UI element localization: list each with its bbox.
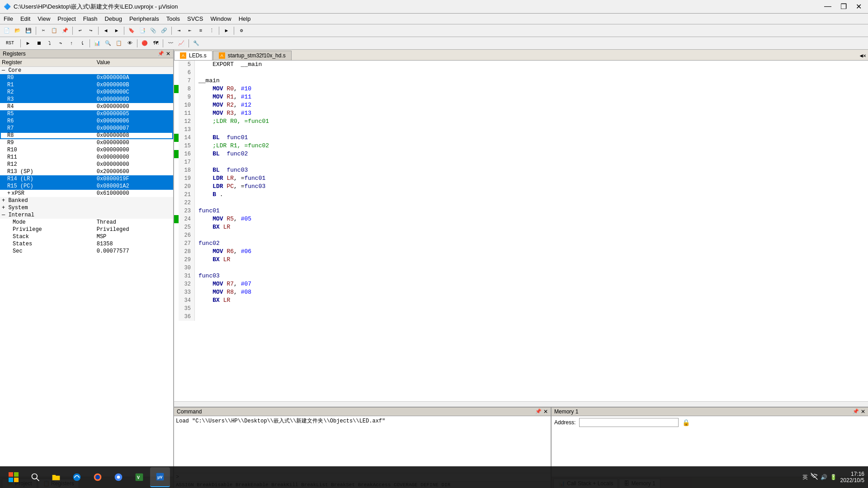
- taskbar-edge[interactable]: [67, 467, 87, 487]
- tb-settings[interactable]: ⚙: [236, 26, 246, 36]
- internal-group-header[interactable]: — Internal: [0, 211, 173, 219]
- tb-undo[interactable]: ↩: [75, 26, 85, 36]
- table-row[interactable]: StackMSP: [0, 233, 173, 240]
- tb-open[interactable]: 📂: [13, 26, 23, 36]
- tabs-scroll-left[interactable]: ◀: [860, 52, 863, 59]
- memory-pin-button[interactable]: 📌: [853, 408, 859, 415]
- tb-map[interactable]: 🗺: [151, 38, 160, 48]
- tb-bookmark[interactable]: 🔖: [127, 26, 137, 36]
- tb-breakpoints[interactable]: 🔴: [140, 38, 150, 48]
- tb-indent[interactable]: ⇥: [174, 26, 184, 36]
- table-row[interactable]: R10x0000000B: [0, 81, 173, 89]
- table-row[interactable]: R90x00000000: [0, 139, 173, 146]
- menu-window[interactable]: Window: [207, 14, 235, 23]
- tb-outdent[interactable]: ⇤: [185, 26, 195, 36]
- tb-reset[interactable]: RST: [2, 38, 18, 48]
- tb-save[interactable]: 💾: [24, 26, 33, 36]
- taskbar-search[interactable]: [25, 467, 45, 487]
- taskbar-file-explorer[interactable]: [46, 467, 66, 487]
- menu-project[interactable]: Project: [54, 14, 79, 23]
- close-button[interactable]: ✕: [853, 2, 864, 11]
- memory-close-button[interactable]: ✕: [861, 408, 865, 415]
- table-row[interactable]: R20x0000000C: [0, 89, 173, 96]
- table-row[interactable]: R30x0000000D: [0, 96, 173, 103]
- tb-logic[interactable]: 〰: [165, 38, 175, 48]
- tb-tools2[interactable]: 🔧: [191, 38, 201, 48]
- system-group-header[interactable]: + System: [0, 204, 173, 211]
- table-row[interactable]: R110x00000000: [0, 154, 173, 161]
- table-row[interactable]: R14 (LR)0x0800019F: [0, 175, 173, 183]
- table-row[interactable]: PrivilegePrivileged: [0, 226, 173, 233]
- table-row[interactable]: R80x00000008: [0, 132, 173, 139]
- tb-run[interactable]: ▶: [23, 38, 33, 48]
- tb-step-out[interactable]: ↑: [66, 38, 76, 48]
- tab-startup[interactable]: A startup_stm32f10x_hd.s: [213, 51, 292, 60]
- tb-reg-view[interactable]: 📋: [114, 38, 124, 48]
- taskbar-firefox[interactable]: [88, 467, 108, 487]
- tb-watch[interactable]: 👁: [125, 38, 135, 48]
- minimize-button[interactable]: —: [821, 2, 834, 11]
- table-row[interactable]: R40x00000000: [0, 103, 173, 110]
- taskbar-uvision-active[interactable]: μV: [150, 467, 170, 487]
- menu-peripherals[interactable]: Peripherals: [126, 14, 163, 23]
- menu-debug[interactable]: Debug: [101, 14, 126, 23]
- table-row[interactable]: R15 (PC)0x080001A2: [0, 183, 173, 190]
- tb-memory-view[interactable]: 🔍: [103, 38, 113, 48]
- registers-close-button[interactable]: ✕: [166, 51, 170, 57]
- line-content-11: MOV R3, #13: [195, 109, 251, 117]
- tb-cut[interactable]: ✂: [38, 26, 48, 36]
- xpsr-row[interactable]: +xPSR0x61000000: [0, 190, 173, 197]
- tb-bookmark4[interactable]: 🔗: [159, 26, 169, 36]
- start-button[interactable]: [4, 467, 24, 487]
- table-row[interactable]: R100x00000000: [0, 146, 173, 154]
- table-row[interactable]: R70x00000007: [0, 125, 173, 132]
- tb-debug-start[interactable]: ▶: [222, 26, 231, 36]
- title-controls[interactable]: — ❐ ✕: [821, 2, 864, 11]
- tb-copy[interactable]: 📋: [49, 26, 59, 36]
- tb-new[interactable]: 📄: [2, 26, 12, 36]
- table-row[interactable]: R120x00000000: [0, 161, 173, 168]
- tb-step-over[interactable]: ↷: [56, 38, 66, 48]
- tb-paste[interactable]: 📌: [60, 26, 70, 36]
- maximize-button[interactable]: ❐: [838, 2, 849, 11]
- menu-flash[interactable]: Flash: [80, 14, 101, 23]
- command-close-button[interactable]: ✕: [543, 408, 548, 415]
- line-content-21: B .: [195, 191, 223, 199]
- menu-svcs[interactable]: SVCS: [184, 14, 207, 23]
- tb-stop[interactable]: ⏹: [34, 38, 44, 48]
- tb-nav-fwd[interactable]: ▶: [112, 26, 122, 36]
- menu-help[interactable]: Help: [235, 14, 255, 23]
- tb-nav-back[interactable]: ◀: [101, 26, 111, 36]
- table-row[interactable]: States81358: [0, 240, 173, 248]
- table-row[interactable]: R00x0000000A: [0, 74, 173, 81]
- table-row[interactable]: R50x00000005: [0, 110, 173, 117]
- menu-edit[interactable]: Edit: [17, 14, 34, 23]
- tb-format2[interactable]: ⋮: [207, 26, 217, 36]
- tb-perf[interactable]: 📈: [176, 38, 186, 48]
- registers-pin-button[interactable]: 📌: [158, 51, 164, 57]
- table-row[interactable]: R13 (SP)0x20000600: [0, 168, 173, 175]
- tb-dbg-view[interactable]: 📊: [92, 38, 102, 48]
- tb-bookmark2[interactable]: 📑: [137, 26, 147, 36]
- taskbar-verilog[interactable]: V: [129, 467, 149, 487]
- banked-group-header[interactable]: + Banked: [0, 197, 173, 204]
- code-editor[interactable]: 5 EXPORT __main 6 7 __main 8 MOV R0, #10: [174, 61, 868, 401]
- tb-bookmark3[interactable]: 📎: [148, 26, 158, 36]
- tb-step-into[interactable]: ⤵: [45, 38, 55, 48]
- menu-file[interactable]: File: [0, 14, 17, 23]
- command-pin-button[interactable]: 📌: [535, 408, 542, 415]
- table-row[interactable]: ModeThread: [0, 219, 173, 226]
- taskbar-chrome[interactable]: [108, 467, 128, 487]
- tab-leds[interactable]: A LEDs.s: [174, 51, 212, 60]
- menu-view[interactable]: View: [34, 14, 54, 23]
- memory-address-input[interactable]: [579, 418, 679, 427]
- tabs-scroll-right[interactable]: ✕: [863, 52, 866, 59]
- tb-redo[interactable]: ↪: [86, 26, 96, 36]
- table-row[interactable]: R60x00000006: [0, 117, 173, 125]
- tb-format[interactable]: ≡: [196, 26, 206, 36]
- tb-run-to[interactable]: ⤹: [77, 38, 87, 48]
- table-row[interactable]: Sec0.00077577: [0, 248, 173, 255]
- code-horizontal-scrollbar[interactable]: [174, 401, 868, 407]
- menu-tools[interactable]: Tools: [163, 14, 184, 23]
- core-group-header[interactable]: — Core: [0, 67, 173, 75]
